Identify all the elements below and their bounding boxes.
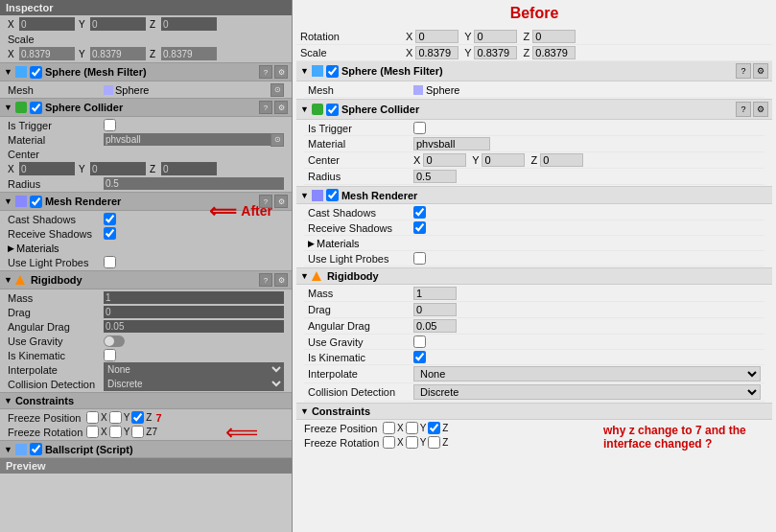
right-mf-settings-btn[interactable]: ⚙	[753, 63, 768, 79]
pos-y-input[interactable]	[90, 17, 146, 31]
cx-label: X	[8, 164, 17, 174]
center-y-input[interactable]	[90, 162, 146, 175]
right-is-trigger-label: Is Trigger	[308, 123, 413, 134]
right-cx-input[interactable]	[423, 153, 466, 167]
receive-shadows-checkbox[interactable]	[104, 227, 116, 240]
collider-triangle: ▼	[4, 103, 12, 112]
collider-info-btn[interactable]: ?	[259, 101, 272, 114]
rigidbody-info-btn[interactable]: ?	[259, 273, 272, 287]
is-kinematic-checkbox[interactable]	[104, 349, 116, 361]
freeze-rot-z-checkbox[interactable]	[131, 426, 144, 438]
right-is-kinematic-checkbox[interactable]	[413, 351, 426, 363]
mass-input[interactable]	[104, 291, 284, 304]
mesh-filter-header[interactable]: ▼ Sphere (Mesh Filter) ? ⚙	[0, 62, 292, 81]
right-rb-icon	[312, 271, 321, 281]
right-sc-checkbox[interactable]	[326, 104, 339, 116]
rigidbody-header[interactable]: ▼ Rigidbody ? ⚙	[0, 270, 292, 289]
right-collision-detection-select[interactable]: Discrete	[413, 384, 761, 400]
right-sy-input[interactable]	[474, 46, 517, 59]
right-ry-input[interactable]	[474, 30, 517, 43]
rigidbody-settings-btn[interactable]: ⚙	[274, 273, 288, 287]
scale-z-input[interactable]	[161, 47, 217, 60]
right-constraints-header[interactable]: ▼ Constraints	[296, 404, 772, 420]
right-fr-y-checkbox[interactable]	[406, 436, 418, 449]
receive-shadows-label: Receive Shadows	[8, 228, 104, 240]
right-radius-input[interactable]	[413, 170, 457, 183]
right-materials-triangle: ▶	[308, 239, 315, 248]
right-mf-icon	[312, 65, 323, 77]
freeze-pos-z-checkbox[interactable]	[131, 411, 144, 424]
toggle-dot	[105, 336, 114, 346]
radius-input[interactable]	[104, 177, 284, 190]
collider-settings-btn[interactable]: ⚙	[274, 101, 288, 114]
right-rx-input[interactable]	[415, 30, 459, 43]
right-cz-lbl: Z	[531, 154, 541, 166]
sphere-collider-header[interactable]: ▼ Sphere Collider ? ⚙	[0, 98, 292, 117]
material-input[interactable]	[104, 133, 270, 146]
right-is-trigger-checkbox[interactable]	[413, 122, 426, 134]
right-fr-z-checkbox[interactable]	[428, 436, 440, 449]
rigidbody-title-area: ▼ Rigidbody	[4, 274, 82, 286]
right-mf-info-btn[interactable]: ?	[736, 63, 751, 79]
right-use-gravity-checkbox[interactable]	[413, 335, 426, 348]
mesh-filter-checkbox[interactable]	[30, 66, 42, 79]
scale-x-input[interactable]	[19, 47, 75, 60]
right-use-light-probes-checkbox[interactable]	[413, 252, 426, 265]
drag-input[interactable]	[104, 306, 284, 318]
right-material-label: Material	[308, 138, 413, 150]
mesh-renderer-checkbox[interactable]	[30, 196, 42, 208]
mesh-filter-info-btn[interactable]: ?	[259, 65, 272, 79]
right-mesh-filter-header[interactable]: ▼ Sphere (Mesh Filter) ? ⚙	[296, 61, 772, 81]
cast-shadows-checkbox[interactable]	[104, 213, 116, 225]
use-gravity-toggle[interactable]	[104, 335, 125, 347]
right-material-input[interactable]	[413, 137, 490, 150]
ballscript-checkbox[interactable]	[30, 443, 42, 455]
collision-detection-select[interactable]: Discrete	[104, 377, 284, 391]
material-select-btn[interactable]: ⊙	[270, 133, 284, 147]
right-sx-input[interactable]	[415, 46, 459, 59]
interpolate-select[interactable]: None	[104, 362, 284, 377]
right-mesh-renderer-header[interactable]: ▼ Mesh Renderer	[296, 187, 772, 204]
right-rigidbody-header[interactable]: ▼ Rigidbody	[296, 268, 772, 285]
center-z-input[interactable]	[161, 162, 217, 175]
mesh-select-btn[interactable]: ⊙	[270, 83, 284, 97]
freeze-rot-y-checkbox[interactable]	[109, 426, 122, 438]
after-label-area: ⟸ After	[209, 199, 272, 222]
right-sphere-collider-header[interactable]: ▼ Sphere Collider ? ⚙	[296, 100, 772, 120]
right-cz-input[interactable]	[540, 153, 583, 167]
is-trigger-checkbox[interactable]	[104, 119, 116, 131]
center-x-input[interactable]	[19, 162, 75, 175]
use-light-probes-checkbox[interactable]	[104, 256, 116, 268]
sphere-collider-checkbox[interactable]	[30, 102, 42, 114]
scale-y-input[interactable]	[90, 47, 146, 60]
right-angular-drag-input[interactable]	[413, 319, 457, 333]
mesh-value: Sphere	[115, 84, 149, 96]
right-mf-checkbox[interactable]	[326, 65, 339, 78]
freeze-pos-x-checkbox[interactable]	[86, 411, 99, 424]
right-cast-shadows-checkbox[interactable]	[413, 206, 426, 219]
right-cy-input[interactable]	[482, 153, 525, 167]
right-interpolate-select[interactable]: None	[413, 366, 761, 382]
right-rz-input[interactable]	[532, 30, 576, 43]
mesh-filter-body: Mesh Sphere ⊙	[0, 81, 292, 98]
right-mass-input[interactable]	[413, 287, 457, 300]
right-receive-shadows-checkbox[interactable]	[413, 221, 426, 234]
freeze-pos-y-checkbox[interactable]	[109, 411, 122, 424]
right-fp-z-checkbox[interactable]	[428, 422, 440, 434]
right-sc-info-btn[interactable]: ?	[736, 102, 751, 117]
constraints-header[interactable]: ▼ Constraints	[0, 392, 292, 409]
freeze-rot-x-checkbox[interactable]	[86, 426, 99, 438]
renderer-settings-btn[interactable]: ⚙	[274, 195, 288, 208]
angular-drag-input[interactable]	[104, 320, 284, 333]
right-fp-x-checkbox[interactable]	[383, 422, 395, 434]
mesh-filter-settings-btn[interactable]: ⚙	[274, 65, 288, 79]
right-sz-input[interactable]	[532, 46, 576, 59]
right-mr-checkbox[interactable]	[326, 189, 339, 201]
pos-z-input[interactable]	[161, 17, 217, 31]
right-fr-x-checkbox[interactable]	[383, 436, 395, 449]
right-drag-input[interactable]	[413, 303, 457, 316]
right-sc-settings-btn[interactable]: ⚙	[753, 102, 768, 117]
pos-x-input[interactable]	[19, 17, 75, 31]
right-fp-y-checkbox[interactable]	[406, 422, 418, 434]
rz-lbl: Z	[524, 31, 533, 42]
